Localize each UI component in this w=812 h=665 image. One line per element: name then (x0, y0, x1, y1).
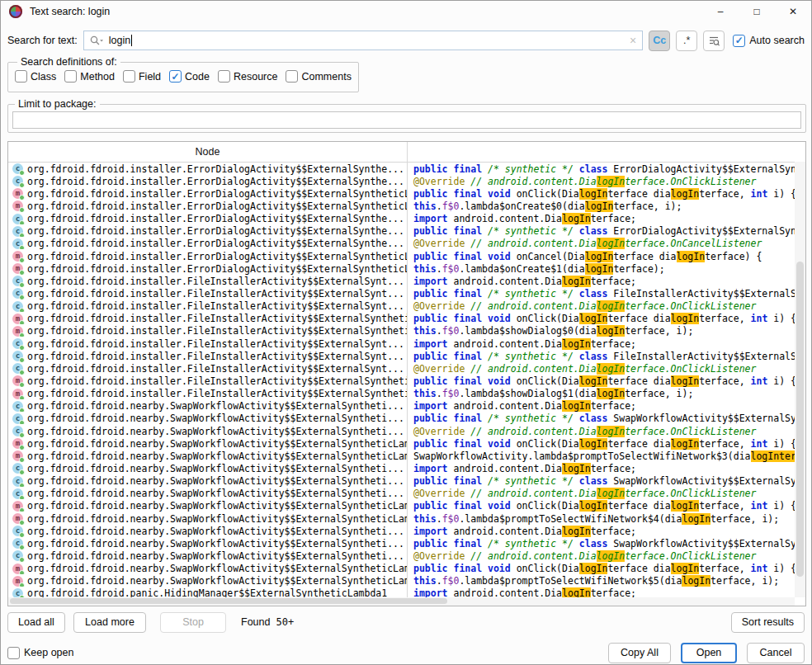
table-row[interactable]: corg.fdroid.fdroid.installer.FileInstall… (8, 337, 795, 350)
class-checkbox[interactable] (15, 70, 27, 83)
table-row[interactable]: morg.fdroid.fdroid.nearby.SwapWorkflowAc… (8, 512, 795, 525)
load-more-button[interactable]: Load more (73, 612, 146, 633)
public-modifier-dot (19, 195, 25, 200)
clear-search-icon[interactable]: × (630, 35, 636, 46)
code-preview: @Override // android.content.DialogInter… (407, 488, 795, 499)
node-path: org.fdroid.fdroid.installer.FileInstalle… (27, 375, 407, 387)
table-row[interactable]: morg.fdroid.fdroid.installer.ErrorDialog… (8, 187, 795, 200)
table-row[interactable]: morg.fdroid.fdroid.installer.ErrorDialog… (8, 200, 795, 212)
table-row[interactable]: corg.fdroid.fdroid.installer.ErrorDialog… (8, 163, 795, 175)
code-checkbox[interactable] (169, 70, 182, 83)
field-checkbox[interactable] (123, 70, 135, 83)
table-row[interactable]: corg.fdroid.fdroid.installer.ErrorDialog… (8, 213, 795, 225)
search-icon[interactable] (90, 35, 104, 46)
vertical-scrollbar-thumb[interactable] (796, 262, 804, 577)
table-row[interactable]: corg.fdroid.fdroid.installer.FileInstall… (8, 287, 795, 299)
code-preview: public final /* synthetic */ class SwapW… (407, 538, 795, 549)
search-options-button[interactable] (703, 31, 725, 51)
node-cell: morg.fdroid.fdroid.installer.FileInstall… (8, 375, 407, 387)
class-icon: c (12, 363, 23, 374)
table-row[interactable]: corg.fdroid.fdroid.nearby.SwapWorkflowAc… (8, 488, 795, 500)
table-row[interactable]: corg.fdroid.fdroid.installer.FileInstall… (8, 300, 795, 313)
regex-button[interactable]: .* (676, 31, 697, 51)
table-row[interactable]: morg.fdroid.fdroid.installer.FileInstall… (8, 313, 795, 325)
table-row[interactable]: morg.fdroid.fdroid.nearby.SwapWorkflowAc… (8, 450, 795, 462)
resource-checkbox[interactable] (218, 70, 230, 83)
node-cell: corg.fdroid.fdroid.panic.HidingManager$$… (8, 587, 407, 597)
node-path: org.fdroid.fdroid.installer.FileInstalle… (27, 300, 404, 312)
node-cell: morg.fdroid.fdroid.installer.ErrorDialog… (8, 188, 407, 200)
copy-all-button[interactable]: Copy All (608, 643, 671, 663)
public-modifier-dot (19, 370, 25, 375)
sort-results-button[interactable]: Sort results (731, 612, 805, 633)
node-cell: corg.fdroid.fdroid.installer.ErrorDialog… (8, 213, 407, 224)
table-row[interactable]: corg.fdroid.fdroid.installer.ErrorDialog… (8, 175, 795, 187)
node-path: org.fdroid.fdroid.installer.ErrorDialogA… (27, 213, 404, 224)
table-row[interactable]: corg.fdroid.fdroid.installer.FileInstall… (8, 350, 795, 362)
actions-row: Load all Load more Stop Found 50+ Sort r… (7, 611, 805, 633)
node-path: org.fdroid.fdroid.nearby.SwapWorkflowAct… (27, 513, 407, 525)
table-row[interactable]: corg.fdroid.fdroid.installer.ErrorDialog… (8, 238, 795, 250)
load-all-button[interactable]: Load all (7, 612, 65, 633)
table-row[interactable]: corg.fdroid.fdroid.nearby.SwapWorkflowAc… (8, 549, 795, 562)
open-button[interactable]: Open (681, 643, 737, 663)
node-path: org.fdroid.fdroid.nearby.SwapWorkflowAct… (27, 426, 404, 437)
minimize-button[interactable]: – (702, 1, 739, 22)
table-row[interactable]: morg.fdroid.fdroid.nearby.SwapWorkflowAc… (8, 563, 795, 575)
table-row[interactable]: corg.fdroid.fdroid.nearby.SwapWorkflowAc… (8, 462, 795, 474)
node-cell: morg.fdroid.fdroid.nearby.SwapWorkflowAc… (8, 575, 407, 587)
table-row[interactable]: morg.fdroid.fdroid.installer.ErrorDialog… (8, 250, 795, 262)
table-row[interactable]: corg.fdroid.fdroid.installer.ErrorDialog… (8, 225, 795, 238)
code-preview: import android.content.DialogInterface; (407, 276, 795, 287)
node-path: org.fdroid.fdroid.nearby.SwapWorkflowAct… (27, 538, 404, 549)
table-row[interactable]: corg.fdroid.fdroid.panic.HidingManager$$… (8, 587, 795, 597)
comments-checkbox[interactable] (286, 70, 298, 83)
table-row[interactable]: morg.fdroid.fdroid.installer.FileInstall… (8, 325, 795, 337)
node-path: org.fdroid.fdroid.installer.ErrorDialogA… (27, 200, 407, 212)
code-preview: this.f$0.lambda$promptToSelectWifiNetwor… (407, 513, 795, 525)
public-modifier-dot (19, 557, 25, 562)
auto-search-checkbox[interactable] (733, 35, 745, 47)
table-row[interactable]: corg.fdroid.fdroid.nearby.SwapWorkflowAc… (8, 537, 795, 549)
node-path: org.fdroid.fdroid.panic.HidingManager$$E… (27, 587, 387, 597)
code-preview: public final /* synthetic */ class FileI… (407, 288, 795, 299)
code-preview: public final /* synthetic */ class SwapW… (407, 475, 795, 487)
public-modifier-dot (19, 483, 25, 488)
table-row[interactable]: corg.fdroid.fdroid.nearby.SwapWorkflowAc… (8, 400, 795, 413)
horizontal-scrollbar[interactable] (8, 597, 795, 606)
public-modifier-dot (19, 582, 25, 587)
horizontal-scrollbar-thumb[interactable] (10, 598, 447, 604)
class-icon: c (12, 176, 23, 186)
node-column-header[interactable]: Node (8, 146, 407, 158)
table-row[interactable]: morg.fdroid.fdroid.installer.FileInstall… (8, 375, 795, 387)
table-row[interactable]: corg.fdroid.fdroid.installer.FileInstall… (8, 362, 795, 375)
search-input[interactable]: login × (83, 31, 644, 50)
table-row[interactable]: corg.fdroid.fdroid.nearby.SwapWorkflowAc… (8, 525, 795, 537)
table-row[interactable]: morg.fdroid.fdroid.installer.ErrorDialog… (8, 262, 795, 275)
public-modifier-dot (19, 282, 25, 287)
node-path: org.fdroid.fdroid.installer.FileInstalle… (27, 338, 404, 350)
package-input[interactable] (12, 111, 801, 129)
public-modifier-dot (19, 257, 25, 262)
code-preview: import android.content.DialogInterface; (407, 526, 795, 537)
method-checkbox[interactable] (64, 70, 77, 83)
maximize-button[interactable]: □ (739, 1, 775, 22)
close-button[interactable]: ✕ (775, 1, 811, 22)
match-case-button[interactable]: Cc (649, 31, 670, 51)
table-row[interactable]: morg.fdroid.fdroid.nearby.SwapWorkflowAc… (8, 575, 795, 587)
vertical-scrollbar[interactable] (795, 162, 805, 597)
code-preview: import android.content.DialogInterface; (407, 587, 795, 597)
keep-open-checkbox[interactable] (7, 647, 20, 659)
node-path: org.fdroid.fdroid.installer.ErrorDialogA… (27, 238, 404, 249)
table-row[interactable]: corg.fdroid.fdroid.nearby.SwapWorkflowAc… (8, 413, 795, 425)
table-row[interactable]: morg.fdroid.fdroid.nearby.SwapWorkflowAc… (8, 500, 795, 512)
cancel-button[interactable]: Cancel (747, 643, 805, 663)
table-row[interactable]: morg.fdroid.fdroid.installer.FileInstall… (8, 388, 795, 400)
table-row[interactable]: corg.fdroid.fdroid.nearby.SwapWorkflowAc… (8, 475, 795, 488)
table-row[interactable]: corg.fdroid.fdroid.installer.FileInstall… (8, 275, 795, 287)
table-row[interactable]: corg.fdroid.fdroid.nearby.SwapWorkflowAc… (8, 425, 795, 437)
node-cell: corg.fdroid.fdroid.installer.FileInstall… (8, 351, 407, 362)
code-preview: this.f$0.lambda$onCreate$0(dialogInterfa… (407, 200, 795, 212)
node-path: org.fdroid.fdroid.nearby.SwapWorkflowAct… (27, 500, 407, 512)
table-row[interactable]: morg.fdroid.fdroid.nearby.SwapWorkflowAc… (8, 437, 795, 450)
